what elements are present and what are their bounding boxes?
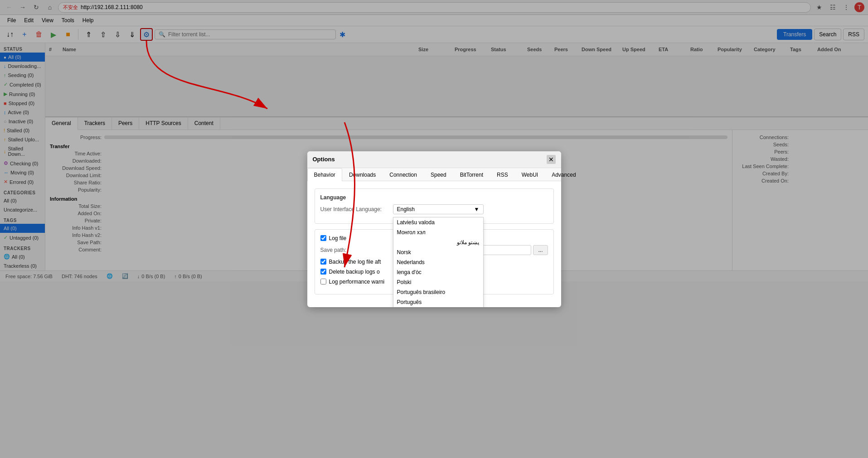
selected-language: English — [397, 206, 474, 212]
lang-latviesu[interactable]: Latviešu valoda — [393, 217, 483, 227]
delete-backup-label: Delete backup logs o — [329, 269, 380, 275]
modal-tab-bittorrent[interactable]: BitTorrent — [453, 168, 490, 181]
log-perf-label: Log performance warni — [329, 279, 385, 282]
modal-tab-advanced[interactable]: Advanced — [545, 168, 582, 181]
modal-overlay: Options ✕ Behavior Downloads Connection … — [0, 0, 868, 281]
options-modal: Options ✕ Behavior Downloads Connection … — [307, 151, 561, 282]
language-select-wrapper: English ▼ Latviešu valoda Монгол хэл پښت… — [393, 204, 548, 214]
log-perf-checkbox[interactable] — [320, 279, 326, 281]
modal-tabs: Behavior Downloads Connection Speed BitT… — [307, 168, 561, 181]
modal-title-bar: Options ✕ — [307, 151, 561, 168]
lang-dutch[interactable]: Nederlands — [393, 257, 483, 267]
language-section: Language User Interface Language: Englis… — [315, 188, 554, 224]
backup-label: Backup the log file aft — [329, 259, 381, 265]
lang-polish[interactable]: Polski — [393, 277, 483, 282]
language-section-title: Language — [320, 194, 548, 201]
dropdown-arrow-icon: ▼ — [474, 206, 480, 212]
lang-norsk[interactable]: Norsk — [393, 247, 483, 257]
lang-occitan[interactable]: lenga d'òc — [393, 267, 483, 277]
log-file-checkbox[interactable] — [320, 235, 326, 241]
backup-checkbox[interactable] — [320, 259, 326, 265]
language-dropdown[interactable]: English ▼ — [393, 204, 484, 214]
modal-tab-connection[interactable]: Connection — [383, 168, 424, 181]
browse-button[interactable]: ... — [533, 245, 548, 255]
lang-pashto[interactable]: پښتو ملاتو — [393, 237, 483, 247]
language-row: User Interface Language: English ▼ Latvi… — [320, 204, 548, 214]
language-dropdown-list[interactable]: Latviešu valoda Монгол хэл پښتو ملاتو No… — [393, 217, 484, 282]
modal-title: Options — [313, 156, 335, 163]
save-path-form-label: Save path: — [320, 247, 393, 253]
modal-tab-speed[interactable]: Speed — [424, 168, 453, 181]
delete-checkbox[interactable] — [320, 269, 326, 275]
modal-close-button[interactable]: ✕ — [547, 155, 556, 164]
modal-tab-behavior[interactable]: Behavior — [307, 168, 342, 181]
ui-language-label: User Interface Language: — [320, 206, 393, 212]
log-file-label: Log file — [329, 235, 347, 241]
modal-tab-downloads[interactable]: Downloads — [342, 168, 383, 181]
lang-mongolian[interactable]: Монгол хэл — [393, 227, 483, 237]
modal-body: Language User Interface Language: Englis… — [307, 181, 561, 282]
modal-tab-rss[interactable]: RSS — [490, 168, 515, 181]
modal-tab-webui[interactable]: WebUI — [515, 168, 545, 181]
